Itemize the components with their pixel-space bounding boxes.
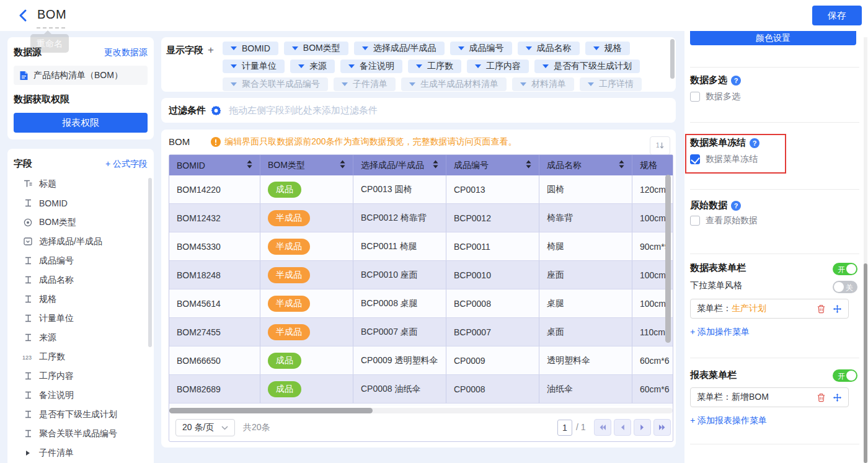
prev-page-button[interactable] <box>614 419 631 436</box>
field-item[interactable]: 是否有下级生成计划 <box>7 405 154 424</box>
display-field-chip[interactable]: 聚合关联半成品编号 <box>223 77 328 91</box>
column-header[interactable]: 选择成品/半成品 <box>353 155 446 175</box>
sort-icon[interactable] <box>432 160 440 170</box>
chevron-down-icon[interactable] <box>416 64 422 71</box>
back-icon[interactable] <box>16 8 31 23</box>
column-header[interactable]: 规格 <box>632 155 673 175</box>
display-field-chip[interactable]: 计量单位 <box>223 60 285 73</box>
sort-icon[interactable] <box>525 160 533 170</box>
table-menu-item[interactable]: 菜单栏： 生产计划 <box>690 299 849 319</box>
display-field-chip[interactable]: 备注说明 <box>340 60 402 73</box>
table-row[interactable]: BOM82689成品CP0008 油纸伞CP0008油纸伞60cm*6 <box>169 375 673 403</box>
field-item[interactable]: BOM类型 <box>7 213 154 232</box>
chevron-down-icon[interactable] <box>231 64 237 71</box>
chevron-down-icon[interactable] <box>298 64 304 71</box>
color-settings-button[interactable]: 颜色设置 <box>690 31 856 45</box>
table-horizontal-scrollbar-track[interactable] <box>169 408 673 413</box>
checkbox-checked-icon[interactable] <box>690 154 700 164</box>
sort-icon[interactable] <box>246 160 254 170</box>
add-display-field-button[interactable]: + <box>208 43 214 91</box>
field-item[interactable]: 备注说明 <box>7 386 154 405</box>
save-button[interactable]: 保存 <box>812 6 862 25</box>
delete-icon[interactable] <box>816 392 826 402</box>
sort-icon[interactable] <box>339 160 347 170</box>
table-vertical-scrollbar[interactable] <box>665 175 671 343</box>
page-title[interactable]: BOM <box>37 7 66 22</box>
field-item[interactable]: 成品编号 <box>7 251 154 270</box>
gear-icon[interactable] <box>211 105 221 116</box>
checkbox-unchecked-icon[interactable] <box>690 92 700 102</box>
display-field-chip[interactable]: BOMID <box>223 42 278 55</box>
chevron-down-icon[interactable] <box>292 46 298 53</box>
page-number-input[interactable] <box>557 420 572 436</box>
display-field-chip[interactable]: 选择成品/半成品 <box>354 42 445 55</box>
column-header[interactable]: BOMID <box>169 155 260 175</box>
help-icon[interactable]: ? <box>750 138 760 148</box>
table-row[interactable]: BOM27455半成品BCP0007 桌面BCP0007桌面110cm* <box>169 318 673 346</box>
menu-freeze-checkbox-row[interactable]: 数据菜单冻结 <box>690 154 758 165</box>
last-page-button[interactable] <box>653 419 671 436</box>
chevron-down-icon[interactable] <box>593 46 600 53</box>
datasource-item[interactable]: 产品结构清单（BOM） <box>14 66 148 85</box>
raw-data-checkbox-row[interactable]: 查看原始数据 <box>690 215 758 226</box>
display-field-chip[interactable]: 子件清单 <box>334 77 396 91</box>
field-item[interactable]: 标题 <box>7 174 154 193</box>
chevron-down-icon[interactable] <box>542 64 549 71</box>
display-field-chip[interactable]: 工序数 <box>408 60 461 73</box>
help-icon[interactable]: ? <box>731 201 741 211</box>
chevron-down-icon[interactable] <box>520 82 526 89</box>
sort-order-button[interactable]: 1 <box>650 136 670 155</box>
chevron-down-icon[interactable] <box>588 82 594 89</box>
display-fields-scrollbar[interactable] <box>670 39 675 79</box>
field-item[interactable]: BOMID <box>7 193 154 213</box>
table-row[interactable]: BOM45614半成品BCP0008 桌腿BCP0008桌腿100cm* <box>169 289 673 318</box>
chevron-down-icon[interactable] <box>342 82 348 89</box>
chevron-down-icon[interactable] <box>458 46 464 53</box>
first-page-button[interactable] <box>594 419 611 436</box>
fields-scrollbar[interactable] <box>148 178 152 347</box>
add-report-menu-link[interactable]: + 添加报表操作菜单 <box>690 415 767 426</box>
table-horizontal-scrollbar[interactable] <box>169 408 373 413</box>
delete-icon[interactable] <box>816 304 826 314</box>
display-field-chip[interactable]: 是否有下级生成计划 <box>534 60 640 73</box>
chevron-down-icon[interactable] <box>409 82 415 89</box>
display-field-chip[interactable]: 规格 <box>585 42 630 55</box>
display-field-chip[interactable]: 材料清单 <box>512 77 574 91</box>
display-field-chip[interactable]: 成品名称 <box>518 42 580 55</box>
field-item[interactable]: 成品名称 <box>7 270 154 289</box>
display-field-chip[interactable]: 生成半成品材料清单 <box>401 77 507 91</box>
display-field-chip[interactable]: 工序详情 <box>580 77 642 91</box>
dropdown-style-toggle[interactable]: 关 <box>833 281 857 293</box>
chevron-down-icon[interactable] <box>362 46 368 53</box>
display-field-chip[interactable]: 工序内容 <box>467 60 529 73</box>
table-row[interactable]: BOM18248半成品BCP0010 座面BCP0010座面100cm* <box>169 261 673 289</box>
move-icon[interactable] <box>832 304 842 314</box>
menu-item-value[interactable]: 新增BOM <box>732 392 769 403</box>
report-menu-item[interactable]: 菜单栏： 新增BOM <box>690 387 849 407</box>
field-item[interactable]: 选择成品/半成品 <box>7 232 154 251</box>
chevron-down-icon[interactable] <box>348 64 355 71</box>
help-icon[interactable]: ? <box>731 76 741 86</box>
display-field-chip[interactable]: BOM类型 <box>284 42 348 55</box>
field-item[interactable]: 聚合关联半成品编号 <box>7 424 154 443</box>
chevron-down-icon[interactable] <box>231 46 237 53</box>
sort-icon[interactable] <box>618 160 626 170</box>
field-item[interactable]: 工序内容 <box>7 366 154 386</box>
report-menu-toggle[interactable]: 开 <box>833 369 857 382</box>
table-menu-toggle[interactable]: 开 <box>833 263 857 275</box>
table-row[interactable]: BOM45330半成品BCP0011 椅腿BCP0011椅腿90cm*9 <box>169 232 673 261</box>
report-permission-button[interactable]: 报表权限 <box>14 113 148 133</box>
table-row[interactable]: BOM14220成品CP0013 圆椅CP0013圆椅120cm* <box>169 175 673 204</box>
menu-item-value[interactable]: 生产计划 <box>732 303 766 314</box>
chevron-down-icon[interactable] <box>475 64 481 71</box>
field-item[interactable]: 123工序数 <box>7 347 154 366</box>
next-page-button[interactable] <box>634 419 651 436</box>
field-item[interactable]: 子件清单 <box>7 443 154 462</box>
field-item[interactable]: 规格 <box>7 289 154 309</box>
table-row[interactable]: BOM12432半成品BCP0012 椅靠背BCP0012椅靠背100cm* <box>169 204 673 232</box>
add-formula-field-link[interactable]: + 公式字段 <box>105 159 148 170</box>
field-item[interactable]: 来源 <box>7 328 154 347</box>
move-icon[interactable] <box>832 392 842 402</box>
display-field-chip[interactable]: 来源 <box>290 60 335 73</box>
chevron-down-icon[interactable] <box>526 46 532 53</box>
